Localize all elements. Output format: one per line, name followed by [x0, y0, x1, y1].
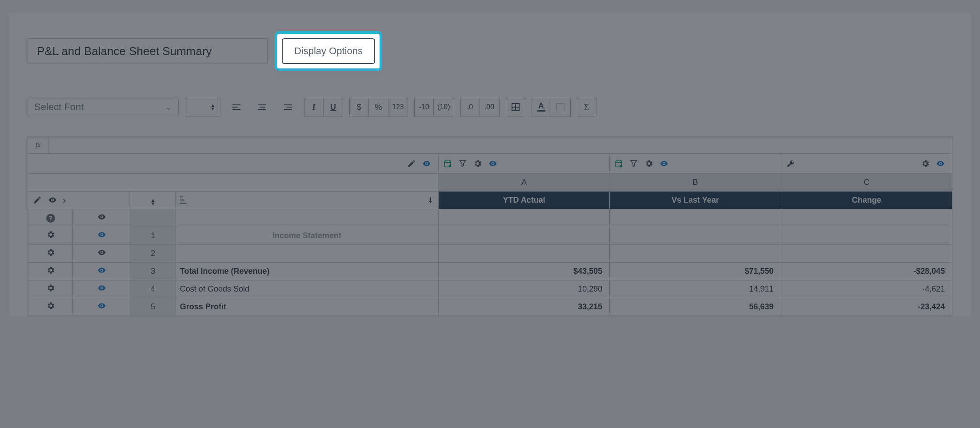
text-color-button[interactable]: A [532, 98, 551, 116]
gear-icon[interactable] [46, 284, 55, 292]
row-label[interactable] [175, 209, 438, 227]
hierarchy-icon[interactable] [180, 196, 187, 204]
filter-icon[interactable] [458, 159, 467, 168]
neg-paren-label: (10) [437, 103, 450, 111]
cell[interactable] [438, 227, 609, 244]
row-number[interactable]: 3 [131, 262, 175, 280]
eye-icon[interactable] [48, 196, 57, 204]
eye-icon[interactable] [97, 266, 106, 275]
cell[interactable]: 14,911 [610, 280, 781, 298]
align-left-button[interactable] [227, 98, 246, 116]
align-center-button[interactable] [252, 98, 272, 116]
cell[interactable] [781, 244, 952, 262]
cell[interactable] [438, 244, 609, 262]
eye-icon[interactable] [488, 159, 497, 168]
text-color-icon: A [537, 103, 545, 112]
row-number[interactable] [131, 209, 175, 227]
cell[interactable] [438, 209, 609, 227]
cell[interactable] [610, 244, 781, 262]
column-header[interactable]: Change [781, 191, 952, 209]
decrease-decimal-button[interactable]: .0 [460, 98, 480, 116]
column-letter[interactable]: B [610, 173, 781, 191]
formula-input[interactable] [48, 136, 952, 153]
gear-icon[interactable] [46, 230, 55, 239]
calendar-icon[interactable] [614, 159, 623, 168]
row-label[interactable]: Gross Profit [175, 298, 438, 316]
column-letter[interactable]: A [438, 173, 609, 191]
gear-icon[interactable] [473, 159, 482, 168]
percent-format-button[interactable]: % [369, 98, 388, 116]
cell[interactable] [781, 209, 952, 227]
cell[interactable]: -$28,045 [781, 262, 952, 280]
increase-decimal-button[interactable]: .00 [480, 98, 500, 116]
cell[interactable]: 33,215 [438, 298, 609, 316]
row-number[interactable]: 1 [131, 227, 175, 244]
gear-icon[interactable] [46, 248, 55, 257]
font-size-stepper[interactable]: ▲▼ [185, 98, 220, 116]
align-right-button[interactable] [278, 98, 298, 116]
chevron-right-icon[interactable]: › [63, 195, 66, 205]
cell[interactable]: $71,550 [610, 262, 781, 280]
underline-icon: U [330, 103, 336, 112]
borders-button[interactable] [506, 98, 525, 116]
negative-dash-button[interactable]: -10 [414, 98, 434, 116]
eye-icon[interactable] [660, 159, 668, 168]
calendar-icon[interactable] [443, 159, 452, 168]
wrench-icon[interactable] [786, 159, 795, 168]
row-number[interactable]: 4 [131, 280, 175, 298]
underline-button[interactable]: U [324, 98, 343, 116]
gear-icon[interactable] [644, 159, 653, 168]
sigma-icon: Σ [584, 102, 589, 112]
pencil-icon[interactable] [33, 196, 42, 204]
row-label[interactable] [175, 244, 438, 262]
pencil-icon[interactable] [407, 159, 416, 168]
italic-button[interactable]: I [304, 98, 324, 116]
cell[interactable]: -4,621 [781, 280, 952, 298]
negative-paren-button[interactable]: (10) [434, 98, 454, 116]
expand-icon[interactable]: ➘ [424, 194, 436, 206]
formatting-toolbar: Select Font ⌄ ▲▼ I U $ % 123 [28, 97, 952, 117]
column-letter[interactable]: C [781, 173, 952, 191]
eye-icon[interactable] [936, 159, 945, 168]
more-tools-button[interactable] [603, 98, 612, 116]
font-select[interactable]: Select Font ⌄ [28, 97, 179, 117]
row-gutter [28, 227, 73, 244]
display-options-highlight: Display Options [275, 31, 382, 71]
cell[interactable] [781, 227, 952, 244]
italic-icon: I [312, 103, 315, 112]
dec-less-label: .0 [467, 103, 473, 111]
row-label[interactable]: Cost of Goods Sold [175, 280, 438, 298]
eye-icon[interactable] [97, 248, 106, 257]
eye-icon[interactable] [97, 230, 106, 239]
column-header[interactable]: Vs Last Year [610, 191, 781, 209]
row-label[interactable]: Income Statement [175, 227, 438, 244]
cell[interactable]: 10,290 [438, 280, 609, 298]
number-format-button[interactable]: 123 [388, 98, 408, 116]
cell[interactable]: 56,639 [610, 298, 781, 316]
row-label[interactable]: Total Income (Revenue) [175, 262, 438, 280]
help-icon[interactable]: ? [46, 214, 55, 223]
column-header[interactable]: YTD Actual [438, 191, 609, 209]
report-title-input[interactable] [28, 38, 268, 64]
gear-icon[interactable] [46, 266, 55, 275]
filter-icon[interactable] [629, 159, 638, 168]
sort-icon[interactable]: ▲▼ [151, 198, 156, 205]
currency-format-button[interactable]: $ [349, 98, 369, 116]
cell[interactable]: -23,424 [781, 298, 952, 316]
neg-dash-label: -10 [419, 103, 429, 111]
gear-icon[interactable] [46, 301, 55, 310]
eye-icon[interactable] [97, 284, 106, 292]
row-number[interactable]: 5 [131, 298, 175, 316]
eye-icon[interactable] [97, 301, 106, 310]
eye-icon[interactable] [422, 159, 431, 168]
cell[interactable] [610, 227, 781, 244]
borders-icon [512, 103, 520, 111]
fill-color-button[interactable] [551, 98, 571, 116]
row-number[interactable]: 2 [131, 244, 175, 262]
gear-icon[interactable] [921, 159, 930, 168]
display-options-button[interactable]: Display Options [282, 38, 375, 64]
cell[interactable]: $43,505 [438, 262, 609, 280]
eye-icon[interactable] [97, 212, 106, 221]
sum-button[interactable]: Σ [577, 98, 596, 116]
cell[interactable] [610, 209, 781, 227]
